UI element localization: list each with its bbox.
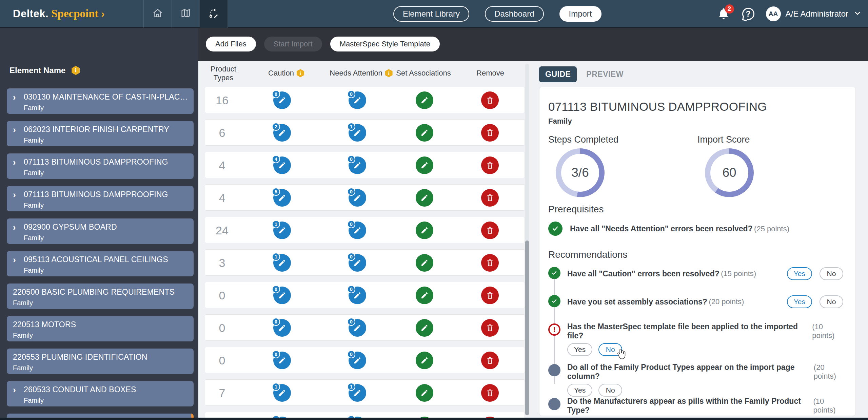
- tab-preview[interactable]: PREVIEW: [586, 70, 624, 79]
- caution-edit-button[interactable]: 4: [273, 156, 291, 174]
- guide-panel: GUIDE PREVIEW 071113 BITUMINOUS DAMPPROO…: [531, 61, 868, 418]
- import-nav-button[interactable]: [200, 0, 228, 28]
- element-card[interactable]: › 260533 CONDUIT AND BOXES Family: [7, 381, 194, 406]
- start-import-button[interactable]: Start Import: [264, 37, 322, 51]
- add-files-button[interactable]: Add Files: [206, 37, 256, 51]
- caution-edit-button[interactable]: 1: [273, 222, 291, 239]
- needs-attention-edit-button[interactable]: 0: [349, 156, 366, 174]
- element-card[interactable]: › 071113 BITUMINOUS DAMPPROOFING Family: [7, 186, 194, 211]
- scrollbar-thumb[interactable]: [525, 240, 529, 415]
- set-associations-button[interactable]: [416, 222, 433, 239]
- masterspec-style-template-button[interactable]: MasterSpec Style Template: [330, 37, 440, 51]
- element-card[interactable]: › 062023 INTERIOR FINISH CARPENTRY Famil…: [7, 121, 194, 146]
- caution-edit-button[interactable]: 1: [273, 254, 291, 272]
- needs-attention-count-badge: 0: [347, 155, 355, 163]
- needs-attention-edit-button[interactable]: 0: [349, 91, 366, 109]
- caution-edit-button[interactable]: 2: [273, 124, 291, 142]
- set-associations-button[interactable]: [416, 254, 433, 272]
- needs-attention-count-badge: 0: [347, 350, 355, 358]
- table-row: 0 0 0: [205, 347, 525, 373]
- import-button[interactable]: Import: [559, 6, 601, 22]
- chevron-right-icon[interactable]: ›: [13, 256, 18, 264]
- yes-button[interactable]: Yes: [787, 295, 812, 308]
- needs-attention-edit-button[interactable]: 0: [349, 222, 366, 239]
- needs-attention-edit-button[interactable]: 1: [349, 124, 366, 142]
- notifications-button[interactable]: 2: [717, 6, 731, 21]
- set-associations-button[interactable]: [416, 124, 433, 142]
- element-card[interactable]: › 092900 GYPSUM BOARD Family: [7, 218, 194, 244]
- info-hexagon-icon[interactable]: i: [72, 66, 80, 75]
- element-library-button[interactable]: Element Library: [393, 6, 469, 22]
- remove-button[interactable]: [481, 254, 499, 272]
- caution-info-icon[interactable]: i: [297, 69, 304, 77]
- remove-button[interactable]: [481, 156, 499, 174]
- set-associations-button[interactable]: [416, 384, 433, 402]
- map-nav-button[interactable]: [172, 0, 200, 28]
- chevron-right-icon[interactable]: ›: [13, 191, 18, 198]
- element-title: 062023 INTERIOR FINISH CARPENTRY: [24, 125, 169, 134]
- needs-attention-edit-button[interactable]: 0: [349, 352, 366, 369]
- element-card[interactable]: › 071113 BITUMINOUS DAMPPROOFING Family: [7, 153, 194, 179]
- element-card[interactable]: › 030130 MAINTENANCE OF CAST-IN-PLACE CO…: [7, 88, 194, 114]
- user-menu[interactable]: AA A/E Administrator: [766, 6, 862, 21]
- product-types-count: 24: [211, 217, 234, 244]
- no-button[interactable]: No: [598, 384, 622, 397]
- element-title: 220500 BASIC PLUMBING REQUIREMENTS: [13, 288, 175, 297]
- remove-button[interactable]: [481, 124, 499, 142]
- needs-attention-edit-button[interactable]: 0: [349, 254, 366, 272]
- bottom-scroll-strip[interactable]: [0, 418, 868, 420]
- set-associations-button[interactable]: [416, 189, 433, 207]
- caution-edit-button[interactable]: 0: [273, 319, 291, 337]
- caution-edit-button[interactable]: 5: [273, 189, 291, 207]
- caution-edit-button[interactable]: 0: [273, 287, 291, 304]
- no-button[interactable]: No: [598, 343, 622, 356]
- set-associations-button[interactable]: [416, 156, 433, 174]
- chevron-right-icon[interactable]: ›: [13, 126, 18, 133]
- set-associations-button[interactable]: [416, 319, 433, 337]
- set-associations-button[interactable]: [416, 287, 433, 304]
- navbar-right-group: 2 ? AA A/E Administrator: [717, 0, 862, 28]
- caution-edit-button[interactable]: 0: [273, 352, 291, 369]
- needs-attention-edit-button[interactable]: 0: [349, 287, 366, 304]
- table-row: 4 5 0: [205, 184, 525, 211]
- needs-attention-edit-button[interactable]: 1: [349, 384, 366, 402]
- remove-button[interactable]: [481, 352, 499, 369]
- brand-logo[interactable]: Deltek. Specpoint ›: [13, 7, 105, 20]
- chevron-right-icon[interactable]: ›: [13, 159, 18, 166]
- element-card[interactable]: 220500 BASIC PLUMBING REQUIREMENTS Famil…: [7, 284, 194, 309]
- no-button[interactable]: No: [820, 267, 843, 280]
- element-card[interactable]: 220553 PLUMBING IDENTIFICATION Family: [7, 349, 194, 374]
- chevron-right-icon[interactable]: ›: [13, 386, 18, 394]
- remove-button[interactable]: [481, 189, 499, 207]
- element-card[interactable]: › 095113 ACOUSTICAL PANEL CEILINGS Famil…: [7, 251, 194, 276]
- needs-attention-info-icon[interactable]: i: [385, 69, 393, 77]
- no-button[interactable]: No: [820, 295, 843, 308]
- recommendation-item: Do all of the Family Product Types appea…: [548, 363, 847, 397]
- yes-button[interactable]: Yes: [787, 267, 812, 280]
- set-associations-button[interactable]: [416, 352, 433, 369]
- product-types-count: 0: [211, 347, 234, 374]
- yes-button[interactable]: Yes: [567, 384, 592, 397]
- chevron-right-icon[interactable]: ›: [13, 93, 18, 101]
- needs-attention-edit-button[interactable]: 0: [349, 189, 366, 207]
- yes-button[interactable]: Yes: [567, 343, 592, 356]
- remove-button[interactable]: [481, 319, 499, 337]
- element-title: 220513 MOTORS: [13, 320, 76, 329]
- caution-edit-button[interactable]: 0: [273, 91, 291, 109]
- table-scrollbar[interactable]: [525, 64, 529, 415]
- remove-button[interactable]: [481, 91, 499, 109]
- dashboard-button[interactable]: Dashboard: [485, 6, 544, 22]
- remove-button[interactable]: [481, 384, 499, 402]
- remove-button[interactable]: [481, 222, 499, 239]
- import-toolbar: Add Files Start Import MasterSpec Style …: [198, 28, 868, 61]
- remove-button[interactable]: [481, 287, 499, 304]
- element-card[interactable]: 220513 MOTORS Family: [7, 316, 194, 341]
- tab-guide[interactable]: GUIDE: [539, 66, 577, 82]
- needs-attention-edit-button[interactable]: 0: [349, 319, 366, 337]
- home-nav-button[interactable]: [143, 0, 172, 28]
- help-icon[interactable]: ?: [742, 8, 754, 20]
- caution-edit-button[interactable]: 1: [273, 384, 291, 402]
- chevron-right-icon[interactable]: ›: [13, 224, 18, 231]
- set-associations-button[interactable]: [416, 91, 433, 109]
- steps-completed-value: 3/6: [561, 154, 599, 192]
